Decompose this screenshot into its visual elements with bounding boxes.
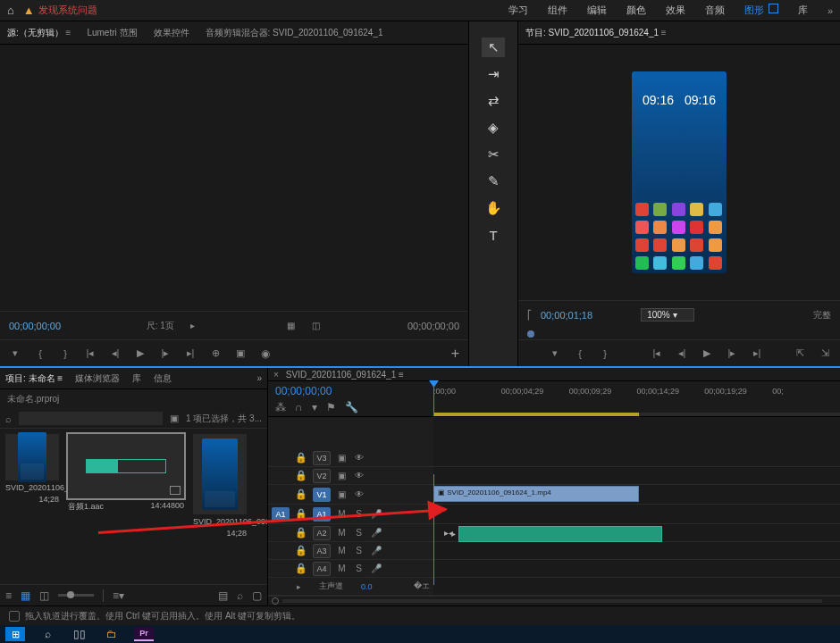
video-clip[interactable]: ▣ SVID_20201106_091624_1.mp4: [433, 486, 639, 502]
track-select-tool[interactable]: ⇥: [482, 64, 505, 84]
start-button[interactable]: ⊞: [5, 627, 25, 641]
extract-button[interactable]: ⇲: [819, 347, 831, 360]
button-editor[interactable]: +: [451, 346, 459, 362]
rate-stretch-tool[interactable]: ◈: [482, 118, 505, 138]
track-header-a3[interactable]: 🔒A3MS🎤: [268, 542, 433, 560]
source-settings-icon[interactable]: ◫: [309, 320, 322, 332]
timeline-ruler[interactable]: :00;00 00;00;04;29 00;00;09;29 00;00;14;…: [433, 381, 840, 416]
track-lane-a3[interactable]: [433, 542, 840, 560]
chevrons-icon[interactable]: »: [256, 373, 262, 383]
track-lane-master[interactable]: [433, 578, 840, 596]
track-lane-a1[interactable]: [433, 505, 840, 524]
voice-over-icon[interactable]: 🎤: [370, 528, 382, 538]
program-zoom-select[interactable]: 100% ▾: [641, 308, 693, 322]
eye-icon[interactable]: 👁: [353, 453, 365, 463]
work-area-bar[interactable]: [433, 413, 639, 416]
search-icon[interactable]: ⌕: [38, 627, 57, 641]
marker-button[interactable]: ▾: [549, 347, 561, 360]
go-to-in-button[interactable]: |◂: [651, 347, 663, 360]
workspace-learn[interactable]: 学习: [508, 4, 528, 17]
program-scrubber[interactable]: [518, 329, 840, 339]
voice-over-icon[interactable]: 🎤: [370, 564, 382, 573]
sync-lock-icon[interactable]: ▣: [336, 453, 348, 463]
ripple-edit-tool[interactable]: ⇄: [482, 91, 505, 111]
workspace-graphics[interactable]: 图形: [744, 4, 778, 17]
type-tool[interactable]: T: [482, 225, 505, 245]
source-viewer[interactable]: [0, 45, 468, 311]
scrubber-playhead[interactable]: [527, 330, 534, 338]
solo-button[interactable]: S: [353, 546, 365, 555]
tab-project[interactable]: 项目: 未命名 ≡: [5, 372, 63, 385]
step-forward-button[interactable]: |▸: [726, 347, 738, 360]
play-button[interactable]: ▶: [134, 347, 147, 360]
chevrons-icon[interactable]: »: [827, 5, 833, 16]
lock-icon[interactable]: 🔒: [295, 563, 307, 574]
home-icon[interactable]: ⌂: [7, 4, 14, 17]
freeform-view-button[interactable]: ◫: [39, 589, 49, 602]
source-resolution-icon[interactable]: ▦: [284, 320, 297, 332]
insert-button[interactable]: ⊕: [209, 347, 222, 360]
go-to-in-button[interactable]: |◂: [84, 347, 97, 360]
track-lane-v3[interactable]: [433, 449, 840, 467]
eye-icon[interactable]: 👁: [353, 471, 365, 480]
track-header-v1[interactable]: 🔒V1▣👁: [268, 485, 433, 505]
bin-item-audio[interactable]: 音频1.aac14:44800: [68, 434, 184, 538]
source-timecode-left[interactable]: 00;00;00;00: [9, 321, 61, 331]
solo-button[interactable]: S: [353, 509, 365, 519]
track-header-v3[interactable]: 🔒V3▣👁: [268, 449, 433, 467]
workspace-library[interactable]: 库: [798, 4, 808, 17]
track-header-a4[interactable]: 🔒A4MS🎤: [268, 560, 433, 578]
mark-out-button[interactable]: }: [599, 347, 611, 360]
tab-media-browser[interactable]: 媒体浏览器: [75, 372, 120, 385]
selection-tool[interactable]: ↖: [482, 38, 505, 57]
automate-button[interactable]: ▤: [218, 589, 228, 602]
tab-lumetri[interactable]: Lumetri 范围: [85, 23, 139, 43]
lift-button[interactable]: ⇱: [794, 347, 806, 360]
add-marker-button[interactable]: ▾: [312, 401, 317, 413]
solo-button[interactable]: S: [353, 564, 365, 573]
lock-icon[interactable]: 🔒: [295, 545, 307, 556]
workspace-audio[interactable]: 音频: [705, 4, 725, 17]
search-input[interactable]: [19, 412, 163, 425]
track-header-a2[interactable]: 🔒A2MS🎤: [268, 524, 433, 542]
workspace-color[interactable]: 颜色: [626, 4, 646, 17]
lock-icon[interactable]: 🔒: [295, 527, 307, 539]
track-header-master[interactable]: ▸主声道0.0�エ: [268, 578, 433, 596]
source-patch-a1[interactable]: A1: [272, 507, 290, 522]
mark-in-button[interactable]: {: [574, 347, 586, 360]
tab-libraries[interactable]: 库: [132, 372, 141, 385]
workspace-editing[interactable]: 编辑: [587, 4, 607, 17]
mute-button[interactable]: M: [336, 546, 348, 555]
scroll-bar[interactable]: [282, 599, 822, 603]
marker-button[interactable]: ▾: [9, 347, 21, 360]
bin-item-sequence[interactable]: SVID_20201106_0916... 14;28: [5, 434, 59, 538]
mute-button[interactable]: M: [336, 528, 348, 538]
workspace-effects[interactable]: 效果: [666, 4, 685, 17]
icon-view-button[interactable]: ▦: [21, 589, 30, 602]
bin-item-video[interactable]: SVID_20201106_0916... 14;28: [193, 434, 247, 538]
export-frame-button[interactable]: ◉: [259, 347, 272, 360]
tab-effect-controls[interactable]: 效果控件: [152, 23, 191, 43]
hand-tool[interactable]: ✋: [482, 198, 505, 218]
mark-out-button[interactable]: }: [59, 347, 71, 360]
eye-icon[interactable]: 👁: [353, 489, 365, 499]
chevron-right-icon[interactable]: ▸: [187, 320, 199, 332]
playhead[interactable]: [433, 381, 434, 416]
timeline-timecode[interactable]: 00;00;00;00: [275, 385, 426, 397]
solo-button[interactable]: S: [353, 528, 365, 538]
track-header-a1[interactable]: A1🔒A1MS🎤: [268, 505, 433, 524]
timeline-horizontal-scroll[interactable]: [268, 596, 840, 605]
track-lane-v2[interactable]: [433, 467, 840, 485]
razor-tool[interactable]: ✂: [482, 145, 505, 164]
step-back-button[interactable]: ◂|: [109, 347, 122, 360]
premiere-taskbar-icon[interactable]: Pr: [134, 627, 154, 641]
task-view-icon[interactable]: ▯▯: [70, 627, 89, 641]
go-to-out-button[interactable]: ▸|: [184, 347, 197, 360]
wrench-icon[interactable]: 🔧: [345, 401, 358, 413]
thumbnail-size-slider[interactable]: [58, 594, 94, 597]
file-explorer-icon[interactable]: 🗀: [102, 627, 122, 641]
step-forward-button[interactable]: |▸: [159, 347, 172, 360]
tab-source[interactable]: 源:（无剪辑） ≡: [5, 23, 72, 43]
tab-info[interactable]: 信息: [154, 372, 172, 385]
program-viewer[interactable]: 09:16 09:16: [518, 45, 840, 300]
